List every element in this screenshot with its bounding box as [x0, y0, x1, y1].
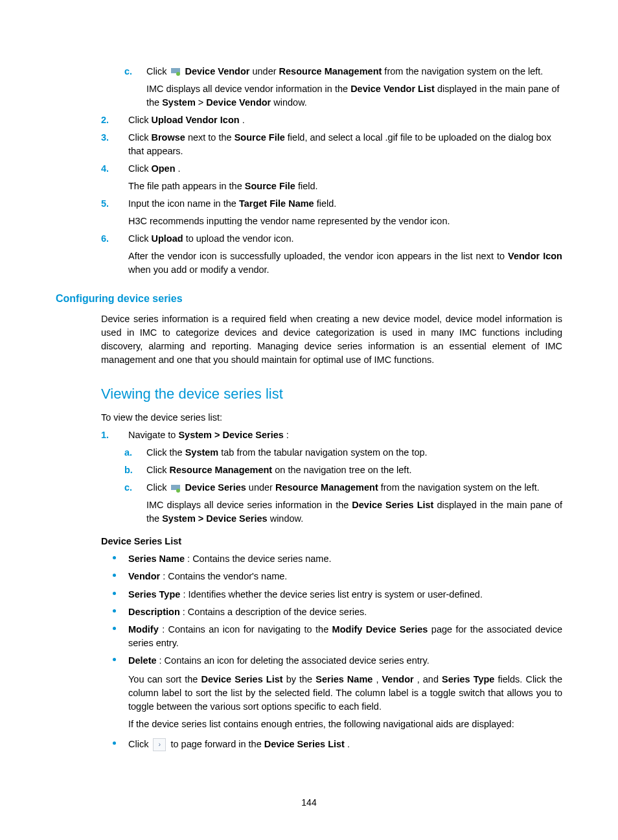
text: : Identifies whether the device series l…: [183, 589, 483, 600]
bullet-icon: [113, 627, 116, 630]
text: Device Vendor: [206, 97, 271, 108]
text: : Contains the device series name.: [187, 554, 331, 564]
text: .: [178, 163, 181, 174]
text: System > Device Series: [178, 430, 283, 440]
text: Target File Name: [239, 198, 314, 209]
text: : Contains an icon for deleting the asso…: [159, 655, 429, 666]
page-forward-icon: ›: [153, 738, 166, 751]
text: when you add or modify a vendor.: [128, 264, 269, 275]
text: System > Device Series: [162, 513, 267, 524]
text: window.: [273, 97, 307, 108]
text: to page forward in the: [170, 739, 264, 749]
text: , and: [417, 674, 442, 684]
text: from the navigation system on the left.: [381, 482, 540, 493]
text: Device Vendor List: [350, 84, 435, 94]
text: : Contains an icon for navigating to the: [162, 624, 332, 635]
svg-point-1: [176, 72, 180, 76]
text: System: [162, 97, 196, 108]
heading-configuring-device-series: Configuring device series: [56, 291, 562, 306]
device-series-icon: [171, 485, 180, 493]
text: under: [252, 66, 279, 76]
step-2: 2. Click Upload Vendor Icon .: [56, 113, 562, 127]
text: Modify Device Series: [332, 624, 428, 635]
bullet-icon: [113, 574, 116, 577]
num-marker: 1.: [101, 428, 109, 442]
text: >: [198, 97, 207, 108]
text: After the vendor icon is successfully up…: [128, 251, 508, 261]
bullet-delete: Delete : Contains an icon for deleting t…: [56, 654, 562, 668]
bullet-icon: [113, 609, 116, 612]
sort-paragraph: You can sort the Device Series List by t…: [56, 673, 562, 714]
text: The file path appears in the: [128, 181, 245, 191]
text: Upload: [151, 233, 183, 244]
substep-c-followup: IMC displays all device vendor informati…: [56, 82, 562, 110]
text: Click: [128, 163, 151, 174]
text: to upload the vendor icon.: [186, 233, 294, 244]
text: IMC displays all device vendor informati…: [146, 84, 350, 94]
heading-viewing-device-series-list: Viewing the device series list: [56, 384, 562, 404]
subheading-device-series-list: Device Series List: [56, 535, 562, 548]
text: next to the: [188, 132, 235, 143]
step-4: 4. Click Open .: [56, 162, 562, 176]
document-page: c. Click Device Vendor under Resource Ma…: [0, 0, 618, 840]
text: You can sort the: [128, 674, 201, 684]
text: Vendor Icon: [508, 251, 562, 261]
text: Click: [128, 115, 151, 125]
text: Resource Management: [169, 465, 272, 475]
text: Resource Management: [275, 482, 378, 493]
text: IMC displays all device series informati…: [146, 500, 352, 510]
nav-hint-paragraph: If the device series list contains enoug…: [56, 718, 562, 731]
paragraph: To view the device series list:: [56, 411, 562, 425]
text: .: [242, 115, 245, 125]
text: Source File: [245, 181, 295, 191]
step-5: 5. Input the icon name in the Target Fil…: [56, 197, 562, 211]
substep-c: c. Click Device Vendor under Resource Ma…: [56, 65, 562, 78]
bullet-series-name: Series Name : Contains the device series…: [56, 552, 562, 566]
text: :: [286, 430, 289, 440]
bullet-icon: [113, 741, 116, 745]
num-marker: 2.: [101, 113, 109, 127]
page-number: 144: [0, 796, 618, 809]
view-step-1: 1. Navigate to System > Device Series :: [56, 428, 562, 442]
text: Click: [128, 233, 151, 244]
bullet-series-type: Series Type : Identifies whether the dev…: [56, 588, 562, 601]
bullet-modify: Modify : Contains an icon for navigating…: [56, 623, 562, 650]
step-4-followup: The file path appears in the Source File…: [56, 180, 562, 193]
text: from the navigation system on the left.: [384, 66, 543, 76]
step-5-followup: H3C recommends inputting the vendor name…: [56, 215, 562, 228]
view-substep-a: a. Click the System tab from the tabular…: [56, 446, 562, 460]
text: Series Type: [442, 674, 494, 684]
num-marker: 6.: [101, 232, 109, 246]
text: Delete: [128, 655, 157, 666]
text: Vendor: [382, 674, 414, 684]
view-substep-c: c. Click Device Series under Resource Ma…: [56, 481, 562, 495]
bullet-icon: [113, 658, 116, 661]
text: Click the: [146, 447, 185, 458]
paragraph: Device series information is a required …: [56, 312, 562, 367]
letter-marker: c.: [124, 65, 132, 78]
text: Open: [151, 163, 175, 174]
view-substep-c-followup: IMC displays all device series informati…: [56, 498, 562, 526]
text: Upload Vendor Icon: [151, 115, 239, 125]
bullet-vendor: Vendor : Contains the vendor's name.: [56, 570, 562, 583]
step-3: 3. Click Browse next to the Source File …: [56, 131, 562, 158]
text: Series Name: [128, 554, 185, 564]
bullet-icon: [113, 556, 116, 559]
text: System: [185, 447, 219, 458]
text: Click: [146, 66, 169, 76]
text: Modify: [128, 624, 159, 635]
text: field.: [298, 181, 318, 191]
bullet-icon: [113, 592, 116, 595]
step-6: 6. Click Upload to upload the vendor ico…: [56, 232, 562, 246]
view-substep-b: b. Click Resource Management on the navi…: [56, 463, 562, 477]
num-marker: 4.: [101, 162, 109, 176]
svg-point-3: [176, 489, 180, 493]
text: Device Series List: [201, 674, 282, 684]
text: Resource Management: [279, 66, 382, 76]
text: : Contains the vendor's name.: [163, 571, 287, 581]
text: under: [249, 482, 275, 493]
text: Click: [128, 132, 151, 143]
text: ,: [376, 674, 382, 684]
text: Input the icon name in the: [128, 198, 239, 209]
text: Click: [146, 465, 169, 475]
